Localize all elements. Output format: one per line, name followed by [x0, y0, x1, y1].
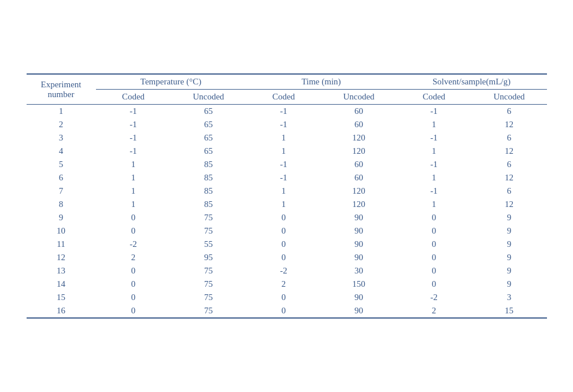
row-7-temp-uncoded: 85: [171, 184, 246, 198]
row-1-time-coded: -1: [246, 105, 321, 119]
row-1-temp-uncoded: 65: [171, 105, 246, 119]
table-container: Experiment number Temperature (°C) Time …: [27, 73, 547, 319]
temperature-group-header: Temperature (°C): [96, 74, 246, 90]
row-11-time-uncoded: 90: [321, 238, 397, 251]
row-13-temp-uncoded: 75: [171, 264, 246, 278]
row-7-time-uncoded: 120: [321, 184, 397, 198]
experiment-number-header: Experiment number: [27, 74, 96, 105]
row-6-temp-coded: 1: [96, 171, 171, 184]
row-1-temp-coded: -1: [96, 105, 171, 119]
time-group-header: Time (min): [246, 74, 397, 90]
row-13-exp-number: 13: [27, 264, 96, 278]
row-9-time-coded: 0: [246, 211, 321, 224]
row-15-sol-coded: -2: [397, 291, 472, 304]
row-2-exp-number: 2: [27, 118, 96, 131]
row-7-sol-coded: -1: [397, 184, 472, 198]
temp-coded-header: Coded: [96, 90, 171, 105]
row-15-temp-coded: 0: [96, 291, 171, 304]
row-3-temp-uncoded: 65: [171, 131, 246, 145]
row-12-time-uncoded: 90: [321, 251, 397, 264]
row-10-time-coded: 0: [246, 224, 321, 238]
row-4-sol-uncoded: 12: [472, 145, 547, 158]
sol-coded-header: Coded: [397, 90, 472, 105]
row-9-temp-coded: 0: [96, 211, 171, 224]
row-10-exp-number: 10: [27, 224, 96, 238]
row-5-temp-coded: 1: [96, 158, 171, 171]
row-16-sol-uncoded: 15: [472, 304, 547, 318]
row-14-temp-uncoded: 75: [171, 278, 246, 291]
row-2-temp-coded: -1: [96, 118, 171, 131]
row-15-time-coded: 0: [246, 291, 321, 304]
row-16-temp-coded: 0: [96, 304, 171, 318]
row-4-sol-coded: 1: [397, 145, 472, 158]
row-12-exp-number: 12: [27, 251, 96, 264]
row-2-time-coded: -1: [246, 118, 321, 131]
row-13-sol-uncoded: 9: [472, 264, 547, 278]
row-11-exp-number: 11: [27, 238, 96, 251]
row-5-exp-number: 5: [27, 158, 96, 171]
row-6-time-uncoded: 60: [321, 171, 397, 184]
row-2-temp-uncoded: 65: [171, 118, 246, 131]
sol-uncoded-header: Uncoded: [472, 90, 547, 105]
row-3-temp-coded: -1: [96, 131, 171, 145]
row-13-time-coded: -2: [246, 264, 321, 278]
row-14-exp-number: 14: [27, 278, 96, 291]
row-14-temp-coded: 0: [96, 278, 171, 291]
row-14-time-uncoded: 150: [321, 278, 397, 291]
row-2-sol-uncoded: 12: [472, 118, 547, 131]
row-7-exp-number: 7: [27, 184, 96, 198]
row-10-time-uncoded: 90: [321, 224, 397, 238]
time-coded-header: Coded: [246, 90, 321, 105]
row-13-sol-coded: 0: [397, 264, 472, 278]
row-9-sol-uncoded: 9: [472, 211, 547, 224]
row-1-sol-uncoded: 6: [472, 105, 547, 119]
row-15-sol-uncoded: 3: [472, 291, 547, 304]
row-11-temp-coded: -2: [96, 238, 171, 251]
row-5-time-coded: -1: [246, 158, 321, 171]
row-7-time-coded: 1: [246, 184, 321, 198]
row-11-sol-uncoded: 9: [472, 238, 547, 251]
row-11-time-coded: 0: [246, 238, 321, 251]
row-3-sol-coded: -1: [397, 131, 472, 145]
row-13-time-uncoded: 30: [321, 264, 397, 278]
row-1-sol-coded: -1: [397, 105, 472, 119]
row-11-temp-uncoded: 55: [171, 238, 246, 251]
row-6-temp-uncoded: 85: [171, 171, 246, 184]
row-10-sol-uncoded: 9: [472, 224, 547, 238]
row-16-sol-coded: 2: [397, 304, 472, 318]
row-15-exp-number: 15: [27, 291, 96, 304]
row-16-temp-uncoded: 75: [171, 304, 246, 318]
data-table: Experiment number Temperature (°C) Time …: [27, 73, 547, 319]
row-12-sol-uncoded: 9: [472, 251, 547, 264]
row-15-time-uncoded: 90: [321, 291, 397, 304]
row-10-temp-coded: 0: [96, 224, 171, 238]
row-1-exp-number: 1: [27, 105, 96, 119]
row-4-exp-number: 4: [27, 145, 96, 158]
row-8-exp-number: 8: [27, 198, 96, 211]
row-8-temp-uncoded: 85: [171, 198, 246, 211]
row-3-sol-uncoded: 6: [472, 131, 547, 145]
row-6-time-coded: -1: [246, 171, 321, 184]
row-7-sol-uncoded: 6: [472, 184, 547, 198]
row-7-temp-coded: 1: [96, 184, 171, 198]
row-4-temp-coded: -1: [96, 145, 171, 158]
row-5-time-uncoded: 60: [321, 158, 397, 171]
temp-uncoded-header: Uncoded: [171, 90, 246, 105]
row-4-time-coded: 1: [246, 145, 321, 158]
row-12-temp-coded: 2: [96, 251, 171, 264]
row-8-time-uncoded: 120: [321, 198, 397, 211]
time-uncoded-header: Uncoded: [321, 90, 397, 105]
row-12-time-coded: 0: [246, 251, 321, 264]
row-3-time-uncoded: 120: [321, 131, 397, 145]
row-16-time-uncoded: 90: [321, 304, 397, 318]
row-10-temp-uncoded: 75: [171, 224, 246, 238]
row-8-temp-coded: 1: [96, 198, 171, 211]
row-12-temp-uncoded: 95: [171, 251, 246, 264]
row-1-time-uncoded: 60: [321, 105, 397, 119]
row-16-exp-number: 16: [27, 304, 96, 318]
row-15-temp-uncoded: 75: [171, 291, 246, 304]
row-5-sol-coded: -1: [397, 158, 472, 171]
row-9-exp-number: 9: [27, 211, 96, 224]
row-4-time-uncoded: 120: [321, 145, 397, 158]
solvent-group-header: Solvent/sample(mL/g): [397, 74, 547, 90]
